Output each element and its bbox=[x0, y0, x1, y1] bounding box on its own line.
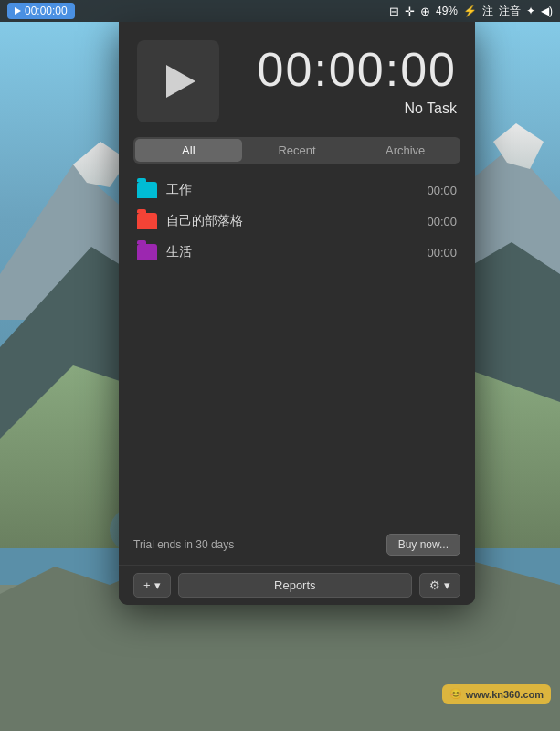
app-panel: 00:00:00 No Task All Recent Archive 工作 0… bbox=[119, 22, 475, 605]
settings-gear-icon: ⚙ bbox=[429, 578, 440, 592]
add-chevron-icon: ▾ bbox=[154, 578, 161, 592]
brightness-icon: ✦ bbox=[526, 5, 535, 17]
watermark-badge: 😊 www.kn360.com bbox=[442, 684, 551, 704]
timer-display-area: 00:00:00 No Task bbox=[234, 46, 457, 117]
input-method-label: 注音 bbox=[499, 4, 521, 19]
watermark-site: www.kn360.com bbox=[466, 689, 544, 700]
task-time-1: 00:00 bbox=[427, 184, 457, 197]
tab-archive[interactable]: Archive bbox=[352, 139, 459, 162]
panel-action-bar: + ▾ Reports ⚙ ▾ bbox=[119, 565, 475, 605]
task-name-2: 自己的部落格 bbox=[166, 213, 427, 229]
watermark-face-icon: 😊 bbox=[449, 688, 462, 700]
play-button[interactable] bbox=[137, 40, 219, 122]
settings-button[interactable]: ⚙ ▾ bbox=[419, 573, 460, 598]
panel-top: 00:00:00 No Task bbox=[119, 22, 475, 137]
reports-button[interactable]: Reports bbox=[178, 573, 412, 598]
panel-empty-area bbox=[119, 268, 475, 524]
add-button[interactable]: + ▾ bbox=[133, 573, 171, 598]
trial-text: Trial ends in 30 days bbox=[133, 538, 234, 551]
tab-recent[interactable]: Recent bbox=[244, 139, 351, 162]
battery-pct: 49% bbox=[436, 5, 458, 17]
task-time-2: 00:00 bbox=[427, 215, 457, 228]
menubar-left: 00:00:00 bbox=[7, 3, 75, 19]
settings-chevron-icon: ▾ bbox=[444, 578, 450, 592]
task-row-2[interactable]: 自己的部落格 00:00 bbox=[130, 206, 464, 237]
tab-all[interactable]: All bbox=[135, 139, 242, 162]
tab-bar: All Recent Archive bbox=[133, 137, 460, 164]
no-task-label: No Task bbox=[404, 101, 457, 117]
input-method-zhu: 注 bbox=[482, 4, 493, 19]
menubar-timer-value: 00:00:00 bbox=[25, 5, 68, 17]
task-name-3: 生活 bbox=[166, 244, 427, 260]
buy-now-button[interactable]: Buy now... bbox=[386, 534, 460, 556]
add-label: + bbox=[143, 578, 151, 592]
watermark: 😊 www.kn360.com bbox=[442, 684, 551, 704]
screen-icon: ⊟ bbox=[389, 5, 399, 18]
play-icon bbox=[15, 7, 21, 15]
timer-digits: 00:00:00 bbox=[258, 46, 457, 93]
task-list: 工作 00:00 自己的部落格 00:00 生活 00:00 bbox=[119, 175, 475, 268]
folder-cyan-icon bbox=[137, 182, 157, 198]
link-icon: ⊕ bbox=[420, 5, 430, 18]
folder-red-icon bbox=[137, 213, 157, 229]
folder-purple-icon bbox=[137, 244, 157, 260]
battery-icon: ⚡ bbox=[463, 5, 477, 17]
task-name-1: 工作 bbox=[166, 182, 427, 198]
menubar-right: ⊟ ✛ ⊕ 49% ⚡ 注 注音 ✦ ◀) bbox=[389, 4, 553, 19]
panel-footer: Trial ends in 30 days Buy now... bbox=[119, 524, 475, 565]
task-row-1[interactable]: 工作 00:00 bbox=[130, 175, 464, 206]
task-time-3: 00:00 bbox=[427, 246, 457, 260]
task-row-3[interactable]: 生活 00:00 bbox=[130, 237, 464, 268]
play-triangle-icon bbox=[166, 65, 195, 98]
volume-icon: ◀) bbox=[541, 5, 553, 17]
menubar: 00:00:00 ⊟ ✛ ⊕ 49% ⚡ 注 注音 ✦ ◀) bbox=[0, 0, 560, 22]
move-icon: ✛ bbox=[405, 5, 415, 18]
menubar-timer-button[interactable]: 00:00:00 bbox=[7, 3, 75, 19]
